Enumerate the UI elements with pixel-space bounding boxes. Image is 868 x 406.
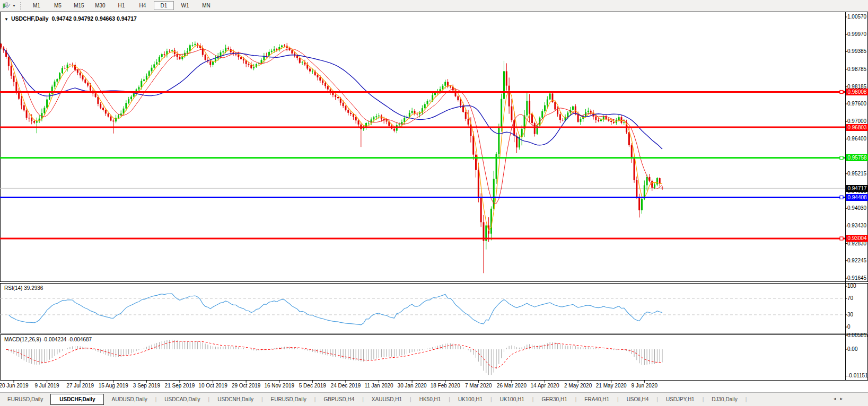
rsi-tick-label: 70	[847, 295, 853, 302]
price-tick-label: 0.93430	[847, 223, 866, 229]
date-tick-label: 20 Jun 2019	[0, 383, 29, 389]
tab-scroll-arrows[interactable]: ◂▸	[834, 396, 847, 401]
date-tick-label: 18 Feb 2020	[431, 383, 460, 389]
timeframe-button-d1[interactable]: D1	[154, 1, 174, 10]
macd-indicator-panel[interactable]	[0, 334, 868, 381]
chart-ohlc-values: 0.94742 0.94792 0.94663 0.94717	[51, 15, 137, 22]
date-tick-label: 7 Mar 2020	[465, 383, 492, 389]
chart-tab-usdcad[interactable]: USDCAD,Daily	[157, 394, 207, 404]
tab-scroll-left-icon[interactable]: ◂	[834, 396, 840, 401]
date-tick-label: 15 Aug 2019	[99, 383, 128, 389]
main-chart-panel[interactable]	[0, 12, 868, 282]
price-tick-label: 0.99385	[847, 48, 866, 55]
level-price-label: 0.94408	[846, 194, 868, 201]
chart-tab-eurusd[interactable]: EURUSD,Daily	[264, 394, 314, 404]
macd-header: MACD(12,26,9) -0.004234 -0.004687	[4, 337, 92, 342]
price-tick-label: 0.91645	[847, 275, 866, 281]
chart-tab-uk100[interactable]: UK100,H1	[493, 394, 532, 404]
price-tick-label: 0.92245	[847, 258, 866, 264]
date-tick-label: 9 Jul 2019	[35, 383, 59, 389]
chart-symbol-label: USDCHF,Daily	[11, 15, 49, 22]
date-tick-label: 21 Sep 2019	[165, 383, 195, 389]
price-axis-separator	[845, 12, 846, 381]
date-tick-label: 3 Sep 2019	[133, 383, 160, 389]
rsi-tick-label: 30	[847, 312, 853, 318]
price-tick-label: 0.98785	[847, 66, 866, 73]
timeframe-button-m15[interactable]: M15	[69, 1, 89, 10]
chevron-down-icon: ▼	[12, 4, 16, 7]
macd-tick-label: -0.011514	[847, 373, 868, 379]
date-tick-label: 27 Jul 2019	[66, 383, 94, 389]
tab-scroll-right-icon[interactable]: ▸	[840, 396, 847, 401]
chart-tab-hk50[interactable]: HK50,H1	[412, 394, 449, 404]
timeframe-button-m30[interactable]: M30	[90, 1, 110, 10]
chart-tab-uk100[interactable]: UK100,H1	[451, 394, 490, 404]
date-tick-label: 11 Jan 2020	[364, 383, 393, 389]
level-price-label: 0.96803	[846, 124, 868, 131]
current-price-label: 0.94717	[846, 185, 868, 192]
chart-title: ▼USDCHF,Daily 0.94742 0.94792 0.94663 0.…	[4, 15, 137, 22]
toolbar-drag-handle[interactable]	[20, 2, 24, 10]
timeframe-buttons: M1M5M15M30H1H4D1W1MN	[26, 1, 217, 10]
price-tick-label: 0.96400	[847, 136, 866, 142]
chart-tab-eurusd[interactable]: EURUSD,Daily	[0, 394, 50, 404]
date-tick-label: 29 Oct 2019	[232, 383, 260, 389]
price-tick-label: 0.99970	[847, 31, 866, 38]
date-tick-label: 10 Oct 2019	[198, 383, 227, 389]
price-tick-label: 0.97600	[847, 101, 866, 107]
timeframe-button-h4[interactable]: H4	[133, 1, 153, 10]
rsi-header: RSI(14) 39.2936	[4, 285, 43, 291]
date-tick-label: 5 Dec 2019	[299, 383, 326, 389]
price-tick-label: 0.94030	[847, 205, 866, 211]
chart-type-tool[interactable]: ▼	[0, 0, 18, 11]
price-tick-label: 1.00570	[847, 14, 866, 20]
tab-separator: |	[745, 396, 748, 402]
timeframe-button-w1[interactable]: W1	[175, 1, 195, 10]
level-price-label: 0.95758	[846, 154, 868, 161]
timeframe-button-mn[interactable]: MN	[196, 1, 216, 10]
chart-tab-usdjpy[interactable]: USDJPY,H1	[659, 394, 702, 404]
chart-tab-usdcnh[interactable]: USDCNH,Daily	[210, 394, 261, 404]
symbol-dropdown-icon[interactable]: ▼	[4, 17, 8, 22]
macd-tick-label: 0.00	[847, 346, 857, 352]
date-tick-label: 2 May 2020	[564, 383, 592, 389]
date-tick-label: 24 Dec 2019	[331, 383, 361, 389]
timeframe-toolbar: ▼ M1M5M15M30H1H4D1W1MN	[0, 0, 868, 12]
chart-tab-fra40[interactable]: FRA40,H1	[577, 394, 617, 404]
chart-tab-gbpusd[interactable]: GBPUSD,H4	[316, 394, 362, 404]
chart-tab-xauusd[interactable]: XAUUSD,H1	[364, 394, 409, 404]
date-tick-label: 9 Jun 2020	[632, 383, 658, 389]
rsi-tick-label: 0	[847, 324, 851, 330]
chart-icon	[2, 2, 11, 10]
date-tick-label: 21 May 2020	[596, 383, 627, 389]
trading-terminal-window: ▼ M1M5M15M30H1H4D1W1MN ▼USDCHF,Daily 0.9…	[0, 0, 868, 406]
chart-tab-bar: EURUSD,DailyUSDCHF,DailyAUDUSD,Daily|USD…	[0, 392, 868, 406]
timeframe-button-m1[interactable]: M1	[27, 1, 47, 10]
level-price-label: 0.98008	[846, 89, 868, 95]
macd-tick-label: 0.005818	[847, 332, 868, 339]
chart-tab-usdchf[interactable]: USDCHF,Daily	[50, 394, 104, 405]
chart-tab-ger30[interactable]: GER30,H1	[534, 394, 574, 404]
date-tick-label: 16 Nov 2019	[264, 383, 294, 389]
rsi-indicator-panel[interactable]	[0, 283, 868, 333]
timeframe-button-h1[interactable]: H1	[111, 1, 131, 10]
timeframe-button-m5[interactable]: M5	[48, 1, 68, 10]
chart-tab-audusd[interactable]: AUDUSD,Daily	[104, 394, 154, 404]
chart-tab-dj30[interactable]: DJ30,Daily	[704, 394, 744, 404]
level-price-label: 0.93004	[846, 235, 868, 242]
date-tick-label: 30 Jan 2020	[398, 383, 427, 389]
price-tick-label: 0.95215	[847, 171, 866, 177]
date-tick-label: 14 Apr 2020	[531, 383, 559, 389]
date-tick-label: 26 Mar 2020	[497, 383, 527, 389]
rsi-tick-label: 100	[847, 283, 856, 289]
chart-tab-usoil[interactable]: USOil,H4	[619, 394, 656, 404]
